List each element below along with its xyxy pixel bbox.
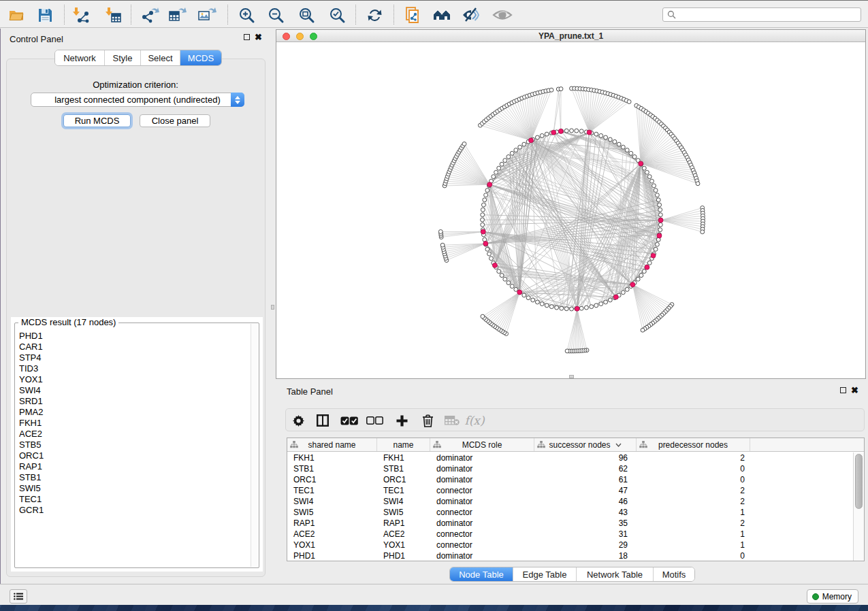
- network-node[interactable]: [503, 159, 507, 163]
- column-header-successor-nodes[interactable]: successor nodes: [534, 438, 637, 451]
- network-node[interactable]: [696, 182, 700, 186]
- network-edge[interactable]: [553, 89, 558, 133]
- network-hub-node[interactable]: [645, 265, 649, 269]
- network-node[interactable]: [570, 129, 574, 133]
- mcds-result-item[interactable]: GCR1: [16, 505, 251, 516]
- optimization-criterion-dropdown[interactable]: largest connected component (undirected): [31, 93, 244, 107]
- network-hub-node[interactable]: [587, 130, 592, 135]
- network-edge[interactable]: [590, 96, 616, 132]
- table-scrollbar[interactable]: [853, 452, 864, 561]
- network-hub-node[interactable]: [558, 129, 563, 133]
- mcds-result-item[interactable]: PHD1: [16, 331, 251, 342]
- network-node[interactable]: [599, 133, 603, 137]
- delete-column-icon[interactable]: [418, 411, 437, 430]
- network-edge[interactable]: [500, 293, 519, 331]
- column-header-MCDS-role[interactable]: MCDS role: [430, 438, 534, 451]
- show-all-icon[interactable]: [492, 4, 513, 26]
- network-edge[interactable]: [498, 293, 519, 329]
- float-panel-icon[interactable]: [840, 387, 846, 393]
- network-hub-node[interactable]: [575, 306, 579, 311]
- network-node[interactable]: [617, 142, 621, 146]
- network-node[interactable]: [535, 135, 539, 139]
- network-node[interactable]: [658, 228, 662, 232]
- network-node[interactable]: [642, 269, 646, 274]
- network-node[interactable]: [481, 213, 485, 217]
- network-edge[interactable]: [580, 88, 590, 132]
- network-edge[interactable]: [577, 309, 581, 351]
- network-hub-node[interactable]: [517, 290, 522, 295]
- network-edge[interactable]: [637, 105, 641, 163]
- clone-network-icon[interactable]: [402, 4, 423, 26]
- network-hub-node[interactable]: [657, 233, 662, 238]
- network-node[interactable]: [462, 142, 466, 146]
- network-node[interactable]: [500, 162, 504, 166]
- status-menu-button[interactable]: [10, 589, 27, 604]
- network-node[interactable]: [545, 303, 549, 308]
- network-node[interactable]: [535, 300, 539, 304]
- tab-edge-table[interactable]: Edge Table: [513, 567, 577, 581]
- network-edge[interactable]: [441, 232, 483, 235]
- network-node[interactable]: [701, 230, 705, 234]
- network-node[interactable]: [481, 314, 485, 318]
- network-edge[interactable]: [519, 142, 528, 292]
- network-hub-node[interactable]: [492, 263, 497, 267]
- network-node[interactable]: [481, 218, 485, 222]
- table-row[interactable]: ORC1ORC1dominator610: [287, 474, 853, 485]
- network-node[interactable]: [625, 287, 629, 291]
- network-node[interactable]: [636, 277, 640, 281]
- mcds-result-item[interactable]: SRD1: [16, 396, 251, 407]
- table-row[interactable]: TEC1TEC1connector472: [287, 485, 853, 496]
- network-edge[interactable]: [460, 150, 489, 185]
- column-header-name[interactable]: name: [377, 438, 430, 451]
- network-node[interactable]: [540, 302, 544, 306]
- network-hub-node[interactable]: [639, 161, 643, 166]
- table-row[interactable]: SWI5SWI5connector431: [287, 507, 853, 518]
- network-edge[interactable]: [489, 118, 531, 140]
- network-node[interactable]: [579, 306, 583, 310]
- network-node[interactable]: [629, 151, 633, 155]
- export-image-icon[interactable]: [196, 4, 218, 26]
- network-node[interactable]: [540, 133, 544, 137]
- network-edge[interactable]: [452, 165, 489, 185]
- network-view-titlebar[interactable]: YPA_prune.txt_1: [276, 30, 865, 42]
- network-node[interactable]: [564, 129, 568, 133]
- network-node[interactable]: [485, 247, 489, 251]
- network-node[interactable]: [654, 247, 658, 251]
- tab-select[interactable]: Select: [141, 50, 180, 65]
- network-node[interactable]: [655, 242, 659, 246]
- float-panel-icon[interactable]: [244, 34, 250, 40]
- network-node[interactable]: [531, 298, 535, 302]
- refresh-icon[interactable]: [364, 4, 385, 26]
- network-edge[interactable]: [446, 244, 485, 259]
- network-node[interactable]: [514, 148, 518, 152]
- network-node[interactable]: [641, 328, 645, 332]
- network-hub-node[interactable]: [481, 229, 485, 234]
- network-edge[interactable]: [590, 98, 622, 132]
- mcds-result-item[interactable]: STP4: [16, 352, 251, 363]
- table-row[interactable]: PHD1PHD1dominator180: [287, 550, 853, 561]
- network-node[interactable]: [497, 269, 501, 274]
- table-settings-icon[interactable]: [289, 411, 308, 430]
- network-node[interactable]: [440, 243, 445, 247]
- mcds-result-item[interactable]: PMA2: [16, 407, 251, 418]
- network-node[interactable]: [627, 100, 631, 104]
- vertical-splitter[interactable]: [270, 29, 276, 584]
- network-node[interactable]: [656, 198, 660, 202]
- zoom-out-icon[interactable]: [265, 4, 287, 26]
- tab-node-table[interactable]: Node Table: [450, 567, 513, 581]
- network-node[interactable]: [497, 166, 501, 170]
- zoom-in-icon[interactable]: [236, 4, 257, 26]
- network-node[interactable]: [625, 148, 629, 152]
- network-node[interactable]: [565, 349, 569, 353]
- table-row[interactable]: FKH1FKH1dominator962: [287, 452, 853, 463]
- network-node[interactable]: [575, 129, 579, 133]
- network-edge[interactable]: [639, 107, 641, 163]
- network-node[interactable]: [485, 188, 489, 193]
- network-edge[interactable]: [572, 88, 590, 133]
- network-node[interactable]: [549, 305, 553, 309]
- network-node[interactable]: [652, 184, 656, 188]
- save-session-icon[interactable]: [34, 4, 56, 26]
- network-node[interactable]: [489, 257, 494, 261]
- zoom-selected-icon[interactable]: [326, 4, 348, 26]
- network-node[interactable]: [655, 193, 659, 197]
